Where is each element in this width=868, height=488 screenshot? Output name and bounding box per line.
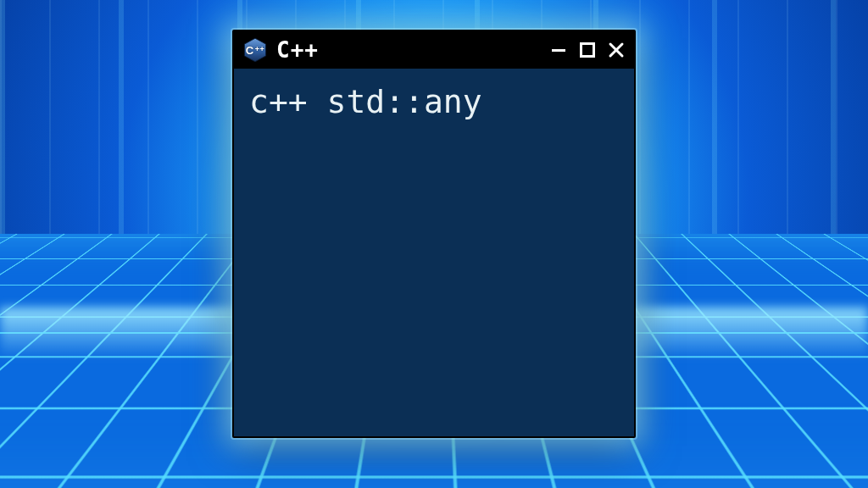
window-title: C++	[276, 37, 319, 63]
close-icon	[608, 42, 625, 58]
cpp-logo-icon: C++	[242, 37, 268, 63]
window-body: c++ std::any	[234, 69, 634, 436]
svg-rect-1	[552, 49, 565, 52]
maximize-button[interactable]	[578, 41, 597, 59]
titlebar[interactable]: C++ C++	[234, 31, 634, 69]
maximize-icon	[579, 42, 596, 58]
minimize-icon	[550, 42, 567, 58]
app-window: C++ C++ c++ std::any	[232, 30, 636, 438]
svg-rect-2	[581, 44, 594, 57]
code-line: c++ std::any	[249, 83, 482, 120]
close-button[interactable]	[607, 41, 626, 59]
minimize-button[interactable]	[549, 41, 568, 59]
logo-plusplus: ++	[255, 46, 265, 53]
logo-letter: C	[246, 45, 254, 56]
window-controls	[549, 41, 626, 59]
